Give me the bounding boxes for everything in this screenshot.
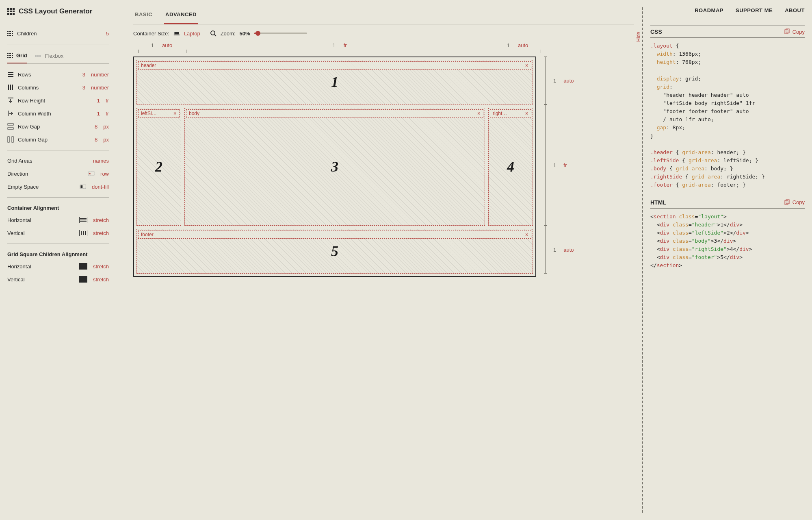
svg-rect-7 <box>10 85 11 90</box>
copy-icon <box>784 199 790 206</box>
children-icon <box>7 31 13 37</box>
children-row[interactable]: Children 5 <box>7 27 109 40</box>
container-size-group[interactable]: Container Size: Laptop <box>133 30 200 37</box>
main-panel: BASIC ADVANCED Container Size: Laptop Zo… <box>125 7 642 513</box>
flexbox-icon <box>35 53 42 59</box>
square-align-vertical[interactable]: Vertical stretch <box>7 273 109 286</box>
container-align-vertical[interactable]: Vertical stretch <box>7 226 109 239</box>
container-alignment-title: Container Alignment <box>7 205 109 211</box>
children-value[interactable]: 5 <box>106 30 109 37</box>
tab-grid[interactable]: Grid <box>7 52 27 63</box>
sidebar: CSS Layout Generator Children 5 Grid Fle… <box>7 7 125 513</box>
layout-type-tabs: Grid Flexbox <box>7 48 109 63</box>
svg-rect-3 <box>8 72 13 73</box>
columns-icon <box>7 84 14 91</box>
svg-rect-22 <box>81 231 82 235</box>
grid-icon <box>7 53 13 59</box>
search-icon[interactable] <box>210 30 217 37</box>
row-ruler: 1auto 1fr 1auto <box>541 57 574 277</box>
svg-rect-16 <box>89 173 90 174</box>
empty-space-control[interactable]: Empty Space dont-fill <box>7 180 109 193</box>
svg-point-27 <box>211 31 215 35</box>
area-rightside[interactable]: right…× 4 <box>488 108 533 226</box>
copy-css-button[interactable]: Copy <box>784 28 805 35</box>
empty-space-icon <box>80 183 86 190</box>
area-body[interactable]: body× 3 <box>184 108 485 226</box>
square-alignment-title: Grid Square Children Alignment <box>7 251 109 257</box>
close-icon[interactable]: × <box>477 111 481 116</box>
svg-rect-10 <box>8 111 9 116</box>
svg-rect-11 <box>8 124 13 125</box>
nav-links: ROADMAP SUPPORT ME ABOUT <box>695 7 805 13</box>
row-gap-control[interactable]: Row Gap 8px <box>7 120 109 133</box>
columns-control[interactable]: Columns 3number <box>7 81 109 94</box>
svg-rect-0 <box>35 55 37 57</box>
laptop-icon <box>173 30 180 37</box>
children-label: Children <box>17 30 37 37</box>
mode-tabs: BASIC ADVANCED <box>133 7 198 24</box>
html-output: <section class="layout"> <div class="hea… <box>650 213 805 270</box>
row-gap-icon <box>7 123 14 130</box>
grid-logo-icon <box>7 8 15 15</box>
row-height-control[interactable]: Row Height 1fr <box>7 94 109 107</box>
direction-control[interactable]: Direction row <box>7 167 109 180</box>
svg-rect-4 <box>8 74 13 75</box>
container-size-value[interactable]: Laptop <box>184 30 200 37</box>
column-width-control[interactable]: Column Width 1fr <box>7 107 109 120</box>
tab-basic[interactable]: BASIC <box>133 7 154 24</box>
container-align-horizontal[interactable]: Horizontal stretch <box>7 213 109 226</box>
zoom-group: Zoom: 50% <box>210 30 307 37</box>
copy-html-button[interactable]: Copy <box>784 199 805 206</box>
area-header[interactable]: header× 1 <box>136 60 533 104</box>
svg-rect-13 <box>8 137 9 142</box>
svg-rect-26 <box>174 35 180 35</box>
nav-about[interactable]: ABOUT <box>785 7 805 13</box>
nav-support[interactable]: SUPPORT ME <box>736 7 773 13</box>
rows-control[interactable]: Rows 3number <box>7 68 109 81</box>
svg-line-28 <box>214 35 216 36</box>
zoom-value: 50% <box>240 30 250 37</box>
close-icon[interactable]: × <box>525 111 528 116</box>
close-icon[interactable]: × <box>525 63 528 68</box>
css-panel-head: CSS Copy <box>650 28 805 38</box>
top-nav: BASIC ADVANCED <box>133 7 634 24</box>
stretch-vertical-icon <box>79 230 87 236</box>
close-icon[interactable]: × <box>173 111 177 116</box>
brand: CSS Layout Generator <box>7 7 109 15</box>
tab-advanced[interactable]: ADVANCED <box>164 7 198 24</box>
svg-rect-8 <box>12 85 13 90</box>
grid-areas-control[interactable]: Grid Areas names <box>7 154 109 167</box>
html-panel-head: HTML Copy <box>650 199 805 209</box>
zoom-slider[interactable] <box>254 33 307 34</box>
svg-rect-14 <box>12 137 13 142</box>
zoom-label: Zoom: <box>221 30 236 37</box>
square-align-horizontal[interactable]: Horizontal stretch <box>7 260 109 273</box>
hide-panel-button[interactable]: Hide <box>636 32 641 42</box>
rows-icon <box>7 71 14 78</box>
svg-rect-20 <box>80 220 87 220</box>
close-icon[interactable]: × <box>525 232 528 237</box>
column-ruler <box>138 51 541 54</box>
column-gap-control[interactable]: Column Gap 8px <box>7 133 109 146</box>
brand-title: CSS Layout Generator <box>19 7 92 15</box>
svg-rect-9 <box>8 98 13 98</box>
layout-preview: header× 1 leftSi…× 2 body× 3 right…× 4 <box>133 57 536 277</box>
toolbar: Container Size: Laptop Zoom: 50% <box>133 24 634 42</box>
stretch-fill-icon <box>79 263 87 270</box>
row-height-icon <box>7 97 14 104</box>
area-leftside[interactable]: leftSi…× 2 <box>136 108 181 226</box>
svg-rect-6 <box>8 85 9 90</box>
tab-flexbox[interactable]: Flexbox <box>35 52 64 63</box>
svg-rect-5 <box>8 76 13 77</box>
code-panel: ROADMAP SUPPORT ME ABOUT Hide CSS Copy .… <box>642 7 805 513</box>
svg-rect-23 <box>83 231 84 235</box>
area-footer[interactable]: footer× 5 <box>136 229 533 274</box>
svg-rect-2 <box>39 55 41 57</box>
copy-icon <box>784 28 790 35</box>
svg-rect-24 <box>85 231 86 235</box>
svg-rect-18 <box>80 185 82 188</box>
stretch-horizontal-icon <box>79 217 87 223</box>
stretch-fill-icon <box>79 276 87 283</box>
nav-roadmap[interactable]: ROADMAP <box>695 7 723 13</box>
column-width-icon <box>7 110 14 117</box>
